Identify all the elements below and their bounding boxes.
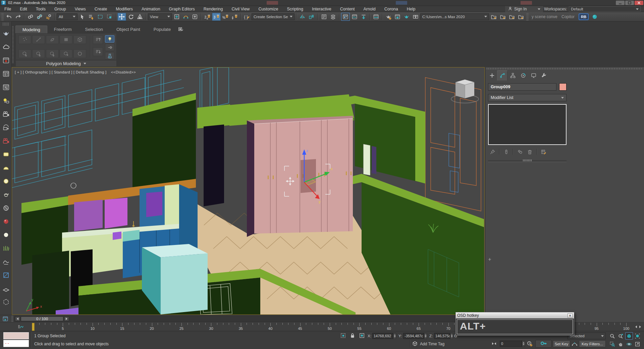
zoom-icon[interactable] <box>608 332 616 340</box>
redo-icon[interactable] <box>14 13 22 21</box>
render-setup-icon[interactable] <box>384 13 393 21</box>
named-selection-sets-dropdown[interactable]: Create Selection Se <box>252 13 294 20</box>
object-name-field[interactable]: Group009 <box>488 83 556 91</box>
proxy-object-icon[interactable] <box>0 295 12 309</box>
menu-rendering[interactable]: Rendering <box>199 6 227 12</box>
layer-explorer-icon[interactable] <box>320 13 328 21</box>
panel-tab-hierarchy[interactable] <box>507 70 518 81</box>
make-unique-icon[interactable] <box>516 148 524 156</box>
remove-modifier-icon[interactable] <box>525 148 534 156</box>
section-clipper-icon[interactable] <box>0 268 12 282</box>
panel-tab-motion[interactable] <box>518 70 528 81</box>
key-filters-button[interactable]: Key Filters... <box>579 340 606 347</box>
ribbon-tab-modeling[interactable]: Modeling <box>15 26 47 33</box>
select-and-link-icon[interactable] <box>26 13 35 21</box>
select-and-move-icon[interactable] <box>117 13 126 21</box>
modifier-list-dropdown[interactable]: Modifier List <box>488 94 567 101</box>
panel-tab-display[interactable] <box>528 70 539 81</box>
modifier-stack[interactable] <box>488 104 567 145</box>
viewport-label-text[interactable]: [ + ] [ Orthographic ] [ Standard ] [ De… <box>15 70 106 74</box>
configure-modifier-sets-icon[interactable] <box>539 148 548 156</box>
panel-drag-grip[interactable] <box>487 68 643 69</box>
menu-help[interactable]: Help <box>402 6 420 12</box>
spinner-snap-icon[interactable] <box>230 13 239 21</box>
border-mode-button[interactable] <box>46 35 59 44</box>
toggle-set-key-mode-button[interactable] <box>535 340 551 348</box>
z-coordinate-field[interactable]: 146,575cm <box>434 333 450 339</box>
open-motion-panel-icon[interactable] <box>2 316 8 323</box>
sign-in-button[interactable]: Sign In <box>505 6 543 12</box>
frame-spinner[interactable] <box>522 341 525 347</box>
toolbar-drag-grip[interactable] <box>1 13 4 20</box>
zoom-region-icon[interactable] <box>608 340 616 348</box>
next-frame-button[interactable] <box>64 316 69 321</box>
wire-teapot-icon[interactable] <box>0 188 12 201</box>
menu-modifiers[interactable]: Modifiers <box>111 6 137 12</box>
trackbar-scroll-right-icon[interactable] <box>639 326 641 328</box>
panel-visibility-button[interactable] <box>105 35 114 43</box>
scene-explorer-icon[interactable] <box>329 13 337 21</box>
render-production-icon[interactable] <box>402 13 411 21</box>
select-and-scale-icon[interactable] <box>136 13 144 21</box>
menu-edit[interactable]: Edit <box>15 6 32 12</box>
project-folder-dropdown[interactable]: C:\Users\m...s Max 2020 <box>420 13 489 20</box>
maxscript-mini-listener[interactable]: -- #########: <box>3 340 29 347</box>
menu-group[interactable]: Group <box>50 6 70 12</box>
edge-mode-button[interactable] <box>32 35 45 44</box>
fur-grass-icon[interactable] <box>0 242 12 255</box>
toggle-ribbon-icon[interactable] <box>341 13 350 21</box>
default-tangents-icon[interactable] <box>572 341 578 348</box>
geo-sphere-icon[interactable] <box>0 201 12 215</box>
collapse-rollouts-up-button[interactable] <box>93 35 103 44</box>
menu-tools[interactable]: Tools <box>32 6 50 12</box>
element-mode-button[interactable] <box>73 35 86 44</box>
set-key-button[interactable]: Set Key <box>553 340 570 347</box>
material-editor-icon[interactable] <box>372 13 380 21</box>
rollout-divider[interactable] <box>488 160 567 162</box>
menu-content[interactable]: Content <box>336 6 359 12</box>
panel-tab-utilities[interactable] <box>539 70 549 81</box>
cloud-render-icon[interactable] <box>0 40 12 54</box>
panel-tab-modify[interactable] <box>497 70 507 81</box>
ribbon-tab-object-paint[interactable]: Object Paint <box>110 26 147 33</box>
panel-tab-create[interactable] <box>487 70 497 81</box>
select-and-manipulate-icon[interactable] <box>181 13 190 21</box>
menu-animation[interactable]: Animation <box>137 6 165 12</box>
mirror-icon[interactable] <box>298 13 307 21</box>
time-configuration-icon[interactable] <box>527 341 533 348</box>
zoom-extents-all-icon[interactable] <box>634 332 641 340</box>
menu-create[interactable]: Create <box>90 6 112 12</box>
undo-icon[interactable] <box>5 13 13 21</box>
osd-close-button[interactable]: x <box>568 313 573 318</box>
export-scene-folder-icon[interactable] <box>507 13 516 21</box>
ribbon-tab-selection[interactable]: Selection <box>78 26 110 33</box>
ribbon-tab-freeform[interactable]: Freeform <box>47 26 78 33</box>
physical-camera-icon[interactable] <box>0 107 12 121</box>
time-slider-track[interactable]: 0 / 100 <box>14 316 483 322</box>
menu-file[interactable]: File <box>0 6 15 12</box>
orbit-icon[interactable] <box>625 340 633 348</box>
soft-selection-button[interactable] <box>60 49 72 58</box>
percent-snap-icon[interactable]: % <box>221 13 230 21</box>
previous-frame-button[interactable] <box>15 316 20 321</box>
toolbar-drag-grip[interactable] <box>3 22 9 26</box>
reference-coordinate-system-dropdown[interactable]: View <box>148 13 172 20</box>
y-coordinate-field[interactable]: -3594,487c <box>403 333 424 339</box>
macro-recorder-box[interactable] <box>3 332 29 339</box>
sphere-light-icon[interactable] <box>0 174 12 188</box>
preserve-uvs-button[interactable] <box>18 49 31 58</box>
maximize-button[interactable] <box>625 1 634 5</box>
close-button[interactable] <box>635 1 643 5</box>
menu-civil-view[interactable]: Civil View <box>227 6 254 12</box>
select-object-icon[interactable] <box>78 13 87 21</box>
show-end-result-icon[interactable] <box>502 148 511 156</box>
ribbon-tab-populate[interactable]: Populate <box>147 26 177 33</box>
ignore-backfacing-button[interactable] <box>73 49 86 58</box>
render-last-icon[interactable] <box>0 27 12 40</box>
toolbar-drag-grip[interactable] <box>11 316 13 322</box>
y-spinner[interactable] <box>424 333 427 339</box>
bind-to-space-warp-icon[interactable] <box>44 13 53 21</box>
collapse-rollouts-down-button[interactable] <box>93 47 103 56</box>
zoom-all-icon[interactable] <box>617 332 625 340</box>
frame-buffer-icon[interactable] <box>0 54 12 67</box>
